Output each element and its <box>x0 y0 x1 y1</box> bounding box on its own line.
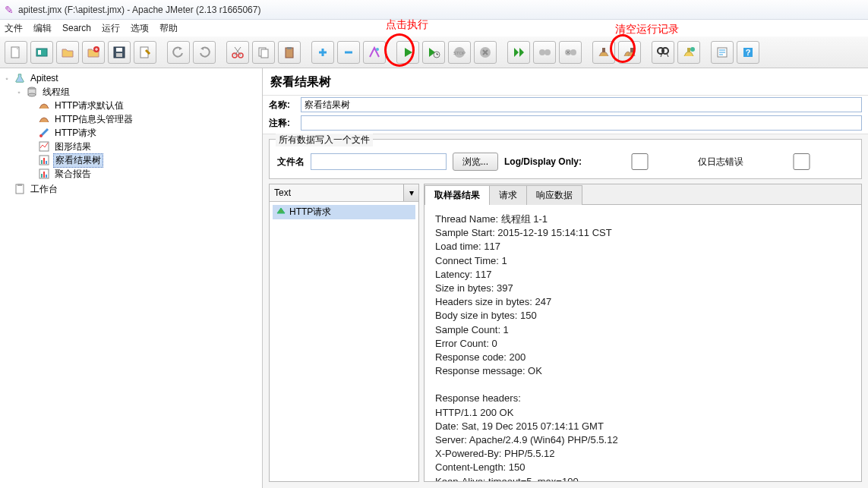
svg-rect-2 <box>38 50 41 55</box>
close-button[interactable] <box>82 41 105 64</box>
svg-point-28 <box>690 47 695 52</box>
tree-label: 察看结果树 <box>53 153 103 168</box>
remote-shutdown-button[interactable] <box>559 41 582 64</box>
clear-all-button[interactable] <box>618 41 641 64</box>
function-helper-button[interactable] <box>711 41 734 64</box>
tree-item[interactable]: HTTP请求 <box>2 126 260 140</box>
menu-run[interactable]: 运行 <box>102 22 120 35</box>
redo-button[interactable] <box>193 41 216 64</box>
start-no-timers-button[interactable] <box>422 41 445 64</box>
detail-body[interactable]: Thread Name: 线程组 1-1Sample Start: 2015-1… <box>425 205 861 481</box>
tree-label: HTTP请求默认值 <box>53 99 125 112</box>
result-tabs: 取样器结果 请求 响应数据 <box>425 184 861 205</box>
tree-item[interactable]: 聚合报告 <box>2 167 260 181</box>
collapse-button[interactable] <box>337 41 360 64</box>
svg-rect-5 <box>116 48 122 52</box>
comment-label: 注释: <box>269 117 296 130</box>
svg-point-19 <box>539 49 545 55</box>
renderer-combo[interactable] <box>270 184 403 201</box>
help-button[interactable]: ? <box>737 41 759 64</box>
cut-button[interactable] <box>226 41 249 64</box>
svg-rect-39 <box>43 158 45 164</box>
tree-item[interactable]: HTTP请求默认值 <box>2 99 260 112</box>
menu-file[interactable]: 文件 <box>5 22 23 35</box>
log-display-label: Log/Display Only: <box>504 156 582 167</box>
flask-icon <box>14 72 26 84</box>
name-input[interactable] <box>301 97 862 112</box>
menu-options[interactable]: 选项 <box>131 22 149 35</box>
menu-search[interactable]: Search <box>62 23 91 33</box>
panel-title: 察看结果树 <box>263 68 868 96</box>
copy-button[interactable] <box>252 41 275 64</box>
menu-help[interactable]: 帮助 <box>159 22 178 35</box>
svg-rect-23 <box>602 48 605 52</box>
tab-response-data[interactable]: 响应数据 <box>526 185 582 205</box>
paste-button[interactable] <box>278 41 301 64</box>
start-button[interactable] <box>396 41 419 64</box>
tree-root[interactable]: ◦ Apitest <box>2 71 260 85</box>
result-item[interactable]: HTTP请求 <box>273 205 415 219</box>
svg-rect-46 <box>17 184 22 186</box>
clear-button[interactable] <box>592 41 615 64</box>
app-icon: ✎ <box>5 4 14 16</box>
remote-start-button[interactable] <box>507 41 530 64</box>
undo-button[interactable] <box>167 41 190 64</box>
svg-rect-27 <box>687 48 690 52</box>
window-title: apitest.jmx (F:\apitest.jmx) - Apache JM… <box>18 5 260 15</box>
save-button[interactable] <box>108 41 131 64</box>
tree-pane[interactable]: ◦ Apitest ◦ 线程组 HTTP请求默认值 HTTP信息头管理器 HTT… <box>0 68 263 488</box>
tree-item[interactable]: HTTP信息头管理器 <box>2 112 260 126</box>
open-button[interactable] <box>56 41 79 64</box>
right-pane: 察看结果树 名称: 注释: 所有数据写入一个文件 文件名 浏览... Log/D… <box>263 68 868 488</box>
item-icon <box>38 127 50 139</box>
tree-item[interactable]: 图形结果 <box>2 140 260 153</box>
svg-rect-44 <box>46 175 47 178</box>
reset-search-button[interactable] <box>677 41 700 64</box>
svg-rect-6 <box>116 53 122 57</box>
expand-button[interactable] <box>311 41 334 64</box>
remote-stop-button[interactable] <box>533 41 556 64</box>
stop-button[interactable]: STOP <box>448 41 471 64</box>
svg-rect-38 <box>41 160 43 164</box>
svg-text:?: ? <box>746 48 751 57</box>
search-button[interactable] <box>652 41 674 64</box>
file-input[interactable] <box>311 153 447 170</box>
shutdown-button[interactable] <box>474 41 497 64</box>
tree-label: 聚合报告 <box>53 168 93 181</box>
only-success-checkbox[interactable] <box>750 153 854 170</box>
tree-threadgroup[interactable]: ◦ 线程组 <box>2 85 260 99</box>
menu-edit[interactable]: 编辑 <box>33 22 52 35</box>
toggle-button[interactable] <box>363 41 386 64</box>
only-errors-label: 仅日志错误 <box>698 156 743 168</box>
chevron-down-icon[interactable]: ▾ <box>403 184 418 201</box>
toggle-icon[interactable]: ◦ <box>3 74 11 83</box>
success-icon <box>276 206 286 219</box>
tab-sampler-result[interactable]: 取样器结果 <box>425 185 490 205</box>
item-icon <box>38 154 50 166</box>
tree-item[interactable]: 察看结果树 <box>2 153 260 167</box>
tree-workbench[interactable]: 工作台 <box>2 182 260 196</box>
item-icon <box>38 168 50 180</box>
toggle-icon[interactable]: ◦ <box>15 88 23 96</box>
tab-request[interactable]: 请求 <box>489 185 527 205</box>
comment-input[interactable] <box>301 115 862 131</box>
svg-rect-24 <box>630 48 633 52</box>
save-as-button[interactable] <box>134 41 156 64</box>
tree-label: HTTP请求 <box>53 127 98 140</box>
file-group: 所有数据写入一个文件 文件名 浏览... Log/Display Only: 仅… <box>269 139 862 179</box>
tree-label: 线程组 <box>41 86 71 99</box>
item-icon <box>38 113 50 125</box>
svg-rect-42 <box>41 174 43 178</box>
templates-button[interactable] <box>30 41 53 64</box>
tree-label: Apitest <box>29 73 60 83</box>
svg-point-34 <box>28 93 36 96</box>
browse-button[interactable]: 浏览... <box>453 153 498 171</box>
result-item-label: HTTP请求 <box>289 206 331 219</box>
svg-rect-43 <box>43 172 45 178</box>
only-errors-checkbox[interactable] <box>588 153 692 170</box>
svg-rect-11 <box>261 49 268 58</box>
file-group-title: 所有数据写入一个文件 <box>276 134 373 146</box>
new-button[interactable] <box>5 41 27 64</box>
svg-point-20 <box>544 49 551 55</box>
item-icon <box>38 140 50 153</box>
